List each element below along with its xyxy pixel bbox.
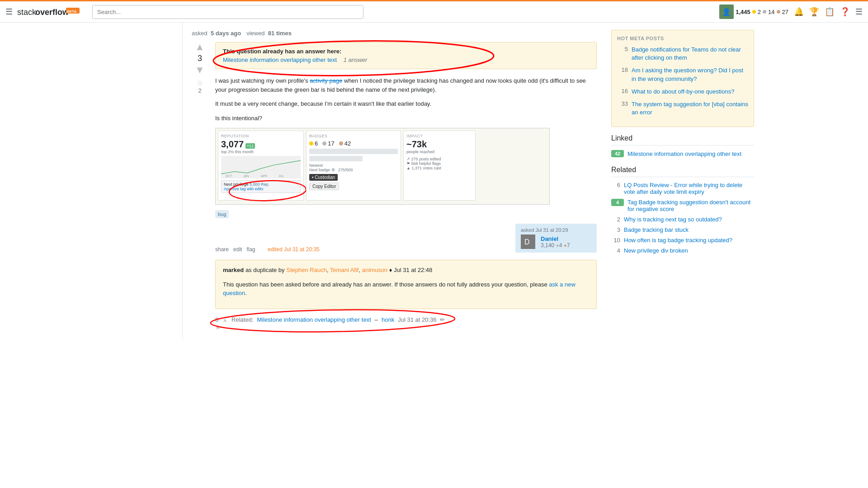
svg-text:JUL: JUL bbox=[278, 174, 284, 178]
duplicate-link[interactable]: Milestone information overlapping other … bbox=[223, 56, 337, 63]
hot-link-1[interactable]: Badge notifications for Teams do not cle… bbox=[632, 46, 748, 62]
viewed-label: viewed 81 times bbox=[246, 30, 292, 37]
related-bottom-item: 6 ▲ Related: Milestone information overl… bbox=[215, 316, 597, 323]
duplicate-box-title: This question already has an answer here… bbox=[223, 48, 589, 55]
search-input[interactable] bbox=[92, 5, 363, 19]
rel-num-5: 10 bbox=[611, 237, 620, 244]
rel-link-5[interactable]: How often is tag badge tracking updated? bbox=[624, 237, 732, 244]
edit-link[interactable]: edit bbox=[233, 246, 242, 253]
bookmark-button[interactable]: ☆ bbox=[197, 79, 203, 87]
linked-item-1: 42 Milestone information overlapping oth… bbox=[611, 150, 754, 158]
post-actions: share edit flag edited Jul 31 at 20:35 bbox=[215, 246, 320, 253]
avatar[interactable]: 👤 bbox=[719, 5, 734, 19]
user-name-link[interactable]: Daniel bbox=[541, 235, 558, 242]
help-icon[interactable]: ❓ bbox=[840, 7, 850, 17]
dup-by-label: as duplicate by bbox=[245, 267, 285, 273]
header: ☰ stack overflow BETA 👤 1,445 2 14 27 🔔 … bbox=[0, 0, 868, 23]
hot-link-3[interactable]: What to do about off-by-one questions? bbox=[632, 88, 734, 96]
rel-link-4[interactable]: Badge tracking bar stuck bbox=[624, 226, 689, 233]
user-stats: 3,140 ●4 ●7 bbox=[541, 242, 570, 249]
share-link[interactable]: share bbox=[215, 246, 229, 253]
inbox-icon[interactable]: 🔔 bbox=[794, 7, 804, 17]
tag-bug[interactable]: bug bbox=[215, 210, 229, 218]
svg-text:JAN: JAN bbox=[243, 174, 249, 178]
hot-meta-title: HOT META POSTS bbox=[617, 36, 748, 41]
related-user[interactable]: honk bbox=[382, 316, 394, 323]
hot-num-2: 18 bbox=[617, 66, 628, 83]
linked-link-1[interactable]: Milestone information overlapping other … bbox=[627, 150, 741, 158]
hot-link-2[interactable]: Am I asking the question wrong? Did I po… bbox=[632, 66, 748, 83]
custodian-badge: • Custodian bbox=[309, 174, 338, 181]
main-container: asked 5 days ago viewed 81 times ▲ 3 ▼ ☆… bbox=[108, 23, 760, 339]
related-upvote-btn[interactable]: ▲ bbox=[222, 316, 228, 323]
tags-section: bug bbox=[215, 210, 597, 218]
hot-num-3: 16 bbox=[617, 88, 628, 96]
hot-link-4[interactable]: The system tag suggestion for [vba] cont… bbox=[632, 100, 748, 117]
rel-link-6[interactable]: New privilege div broken bbox=[624, 247, 688, 254]
logo-svg: stack overflow BETA bbox=[17, 5, 85, 19]
dup-user1[interactable]: Stephen Rauch bbox=[286, 267, 327, 273]
hamburger-icon[interactable]: ☰ bbox=[855, 7, 863, 17]
flag-link[interactable]: flag bbox=[246, 246, 255, 253]
related-vote-num: 6 bbox=[215, 316, 218, 323]
silver-badge-count: 17 bbox=[328, 140, 334, 147]
rep-sub: top 2% this month bbox=[221, 150, 301, 154]
linked-title: Linked bbox=[611, 134, 754, 145]
rel-item-3: 2 Why is tracking next tag so outdated? bbox=[611, 216, 754, 223]
next-priv-box: Next privilege 5,000 Rep. Approve tag wi… bbox=[221, 180, 301, 193]
dup-notice-text: marked as duplicate by Stephen Rauch, Te… bbox=[223, 266, 589, 275]
impact-val: ~73k bbox=[406, 139, 472, 150]
silver-count: 14 bbox=[768, 9, 774, 15]
next-badge-row: Next badge ⚙ 275/500 bbox=[309, 168, 398, 172]
svg-text:D: D bbox=[524, 238, 530, 246]
duplicate-box: This question already has an answer here… bbox=[215, 42, 597, 69]
user-rep-display: 👤 1,445 2 14 27 bbox=[719, 5, 788, 19]
rel-item-1: 6 LQ Posts Review - Error while trying t… bbox=[611, 182, 754, 195]
body-para-3: Is this intentional? bbox=[215, 114, 597, 123]
question-stats: asked 5 days ago viewed 81 times bbox=[192, 30, 597, 37]
menu-icon[interactable]: ☰ bbox=[5, 7, 13, 17]
rel-num-2: 4 bbox=[611, 199, 624, 206]
rel-item-4: 3 Badge tracking bar stuck bbox=[611, 226, 754, 233]
header-right: 👤 1,445 2 14 27 🔔 🏆 📋 ❓ ☰ bbox=[719, 5, 863, 19]
related-link[interactable]: Milestone information overlapping other … bbox=[257, 316, 371, 323]
hot-meta-box: HOT META POSTS 5 Badge notifications for… bbox=[611, 30, 754, 127]
dup-date: Jul 31 at 22:48 bbox=[394, 267, 432, 273]
related-section: Related 6 LQ Posts Review - Error while … bbox=[611, 166, 754, 254]
activity-page-link[interactable]: activity page bbox=[310, 77, 342, 84]
viewed-count: 81 times bbox=[268, 30, 292, 37]
search-bar bbox=[92, 5, 363, 19]
related-label: Related: bbox=[231, 316, 253, 323]
edit-pencil-icon[interactable]: ✏ bbox=[440, 316, 445, 323]
downvote-button[interactable]: ▼ bbox=[195, 65, 205, 75]
rel-item-6: 4 New privilege div broken bbox=[611, 247, 754, 254]
rel-num-1: 6 bbox=[611, 182, 620, 188]
rep-count: 1,445 bbox=[736, 9, 750, 15]
linked-score-1: 42 bbox=[611, 150, 624, 157]
rep-badge: +11 bbox=[245, 143, 255, 149]
hot-num-1: 5 bbox=[617, 46, 628, 62]
duplicate-notice: marked as duplicate by Stephen Rauch, Te… bbox=[215, 260, 597, 309]
rel-num-6: 4 bbox=[611, 247, 620, 254]
logo[interactable]: stack overflow BETA bbox=[17, 5, 85, 19]
bronze-badge-count: 42 bbox=[344, 140, 351, 147]
rel-link-1[interactable]: LQ Posts Review - Error while trying to … bbox=[624, 182, 754, 195]
flag-icon[interactable]: ⚑ bbox=[215, 325, 221, 332]
dup-user3[interactable]: animuson bbox=[362, 267, 387, 273]
review-icon[interactable]: 📋 bbox=[825, 7, 835, 17]
svg-text:BETA: BETA bbox=[67, 9, 76, 14]
mini-chart: OCT JAN APR JUL bbox=[221, 156, 301, 178]
rel-link-3[interactable]: Why is tracking next tag so outdated? bbox=[624, 216, 722, 223]
newest-label: Newest bbox=[309, 163, 398, 168]
upvote-button[interactable]: ▲ bbox=[195, 42, 205, 52]
gold-dot bbox=[752, 10, 756, 14]
next-priv-label: Next privilege 5,000 Rep. bbox=[224, 182, 298, 187]
dup-user2[interactable]: Temani Afif bbox=[330, 267, 359, 273]
rel-item-5: 10 How often is tag badge tracking updat… bbox=[611, 237, 754, 244]
gold-badge-count: 6 bbox=[315, 140, 318, 147]
rel-num-3: 2 bbox=[611, 216, 620, 223]
dup-body: This question has been asked before and … bbox=[223, 280, 589, 298]
rel-link-2[interactable]: Tag Badge tracking suggestion doesn't ac… bbox=[627, 199, 754, 212]
achievements-icon[interactable]: 🏆 bbox=[809, 7, 819, 17]
body-para-2: It must be a very recent change, because… bbox=[215, 99, 597, 108]
